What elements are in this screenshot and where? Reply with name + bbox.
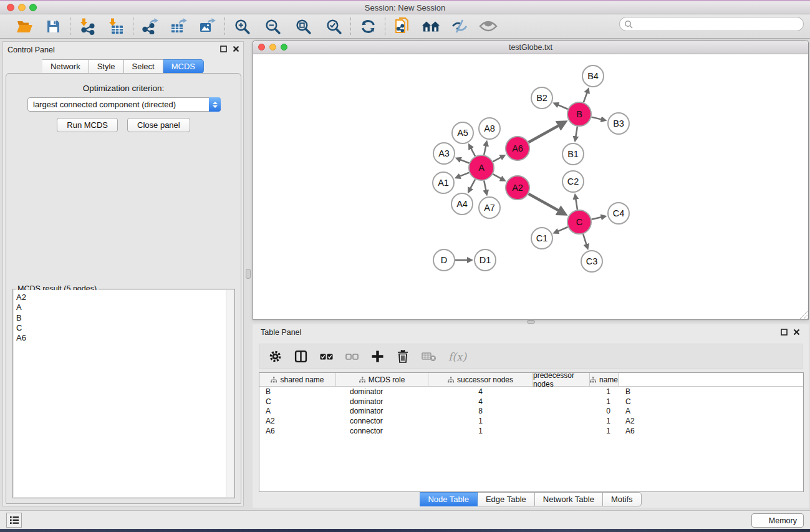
select-all-columns-button[interactable] bbox=[319, 349, 333, 364]
cell-predecessor-nodes[interactable]: 1 bbox=[511, 417, 615, 425]
table-column-header[interactable]: successor nodes bbox=[428, 373, 533, 386]
graph-edge-B-B2[interactable] bbox=[557, 105, 567, 109]
cell-shared-name[interactable]: C bbox=[259, 397, 342, 406]
apply-layout-button[interactable] bbox=[359, 17, 377, 36]
control-panel-tab[interactable]: Select bbox=[124, 59, 163, 74]
mcds-result-item[interactable]: A bbox=[16, 302, 234, 312]
delete-table-button[interactable] bbox=[422, 349, 436, 364]
table-row[interactable]: C dominator 4 1 C bbox=[259, 397, 803, 407]
control-panel-tab[interactable]: Network bbox=[42, 59, 89, 74]
table-column-header[interactable]: predecessor nodes bbox=[533, 373, 590, 386]
cell-predecessor-nodes[interactable]: 1 bbox=[511, 427, 615, 435]
graph-edge-B-B3[interactable] bbox=[592, 117, 602, 120]
export-image-button[interactable] bbox=[198, 17, 217, 36]
cell-name[interactable]: A6 bbox=[615, 427, 672, 435]
table-row[interactable]: A6 connector 1 1 A6 bbox=[259, 426, 803, 436]
run-mcds-button[interactable]: Run MCDS bbox=[57, 118, 118, 132]
close-table-panel-icon[interactable] bbox=[793, 329, 800, 336]
graph-edge-C-C4[interactable] bbox=[592, 217, 602, 220]
table-row[interactable]: B dominator 4 1 B bbox=[259, 387, 803, 397]
graph-edge-A-A3[interactable] bbox=[460, 160, 470, 163]
search-field[interactable] bbox=[619, 17, 804, 31]
close-panel-icon[interactable] bbox=[233, 46, 239, 52]
cell-mcds-role[interactable]: connector bbox=[342, 417, 418, 425]
float-panel-icon[interactable] bbox=[220, 46, 227, 52]
task-history-button[interactable] bbox=[6, 513, 22, 528]
graph-edge-A-A4[interactable] bbox=[470, 180, 475, 189]
cell-name[interactable]: A bbox=[615, 407, 672, 415]
cell-name[interactable]: C bbox=[615, 397, 672, 406]
float-table-panel-icon[interactable] bbox=[781, 329, 788, 336]
horizontal-splitter-handle[interactable] bbox=[527, 320, 535, 324]
import-table-button[interactable] bbox=[107, 17, 125, 36]
cell-successor-nodes[interactable]: 4 bbox=[418, 387, 511, 396]
control-panel-tab[interactable]: MCDS bbox=[163, 59, 204, 74]
cell-mcds-role[interactable]: dominator bbox=[342, 397, 418, 406]
delete-columns-button[interactable] bbox=[396, 349, 410, 364]
table-row[interactable]: A2 connector 1 1 A2 bbox=[259, 416, 803, 426]
cell-shared-name[interactable]: A6 bbox=[259, 427, 342, 435]
cell-successor-nodes[interactable]: 8 bbox=[418, 407, 511, 415]
export-table-button[interactable] bbox=[170, 17, 188, 36]
import-network-button[interactable] bbox=[78, 17, 97, 36]
hide-details-button[interactable] bbox=[450, 17, 469, 36]
table-tab[interactable]: Network Table bbox=[535, 492, 603, 506]
show-columns-button[interactable] bbox=[294, 349, 307, 364]
table-tab[interactable]: Node Table bbox=[420, 492, 478, 506]
graph-edge-A-A5[interactable] bbox=[471, 148, 475, 156]
result-list-scrollbar[interactable] bbox=[226, 290, 234, 497]
cell-successor-nodes[interactable]: 4 bbox=[418, 397, 511, 406]
graph-edge-A-A2[interactable] bbox=[493, 174, 501, 179]
graph-edge-B-B4[interactable] bbox=[584, 92, 587, 102]
open-session-button[interactable] bbox=[15, 17, 34, 36]
memory-button[interactable]: Memory bbox=[751, 513, 804, 528]
network-window-titlebar[interactable]: testGlobe.txt bbox=[253, 41, 808, 54]
cell-predecessor-nodes[interactable]: 0 bbox=[511, 407, 615, 415]
create-column-button[interactable] bbox=[370, 349, 384, 364]
cell-shared-name[interactable]: A2 bbox=[259, 417, 342, 425]
zoom-in-button[interactable] bbox=[233, 17, 251, 36]
main-titlebar[interactable]: Session: New Session bbox=[0, 1, 810, 14]
mcds-result-item[interactable]: A6 bbox=[16, 333, 234, 343]
graph-edge-A-A6[interactable] bbox=[493, 157, 502, 162]
cell-shared-name[interactable]: A bbox=[259, 407, 342, 415]
graph-edge-A-A1[interactable] bbox=[460, 173, 470, 177]
zoom-selected-button[interactable] bbox=[324, 17, 343, 36]
graph-edge-A6-B[interactable] bbox=[529, 125, 560, 143]
table-row[interactable]: A dominator 8 0 A bbox=[259, 407, 803, 417]
table-settings-button[interactable] bbox=[268, 349, 282, 364]
table-column-header[interactable]: shared name bbox=[259, 373, 336, 386]
graph-edge-C-C2[interactable] bbox=[576, 198, 577, 210]
cell-predecessor-nodes[interactable]: 1 bbox=[511, 397, 615, 406]
show-details-button[interactable] bbox=[479, 17, 498, 36]
export-network-button[interactable] bbox=[141, 17, 160, 36]
cell-shared-name[interactable]: B bbox=[259, 387, 342, 396]
graph-edge-C-C3[interactable] bbox=[583, 234, 587, 245]
cell-successor-nodes[interactable]: 1 bbox=[418, 417, 511, 425]
criterion-dropdown[interactable]: largest connected component (directed) bbox=[27, 97, 221, 112]
home-button[interactable] bbox=[422, 17, 440, 36]
cell-mcds-role[interactable]: dominator bbox=[342, 407, 418, 415]
graph-edge-B-B1[interactable] bbox=[576, 127, 577, 137]
table-column-header[interactable]: name bbox=[590, 373, 619, 386]
function-builder-button[interactable]: f(x) bbox=[448, 349, 466, 364]
graph-edge-A-A8[interactable] bbox=[484, 145, 486, 155]
cell-mcds-role[interactable]: dominator bbox=[342, 387, 418, 396]
cell-predecessor-nodes[interactable]: 1 bbox=[511, 387, 615, 396]
zoom-out-button[interactable] bbox=[263, 17, 282, 36]
mcds-result-list[interactable]: A2 A B C A6 bbox=[14, 290, 234, 497]
network-graph-svg[interactable]: B4B2BB3A8A5A6A3B1AC2A1A2A4A7C4CC1DD1C3 bbox=[253, 54, 808, 319]
node-table[interactable]: shared name MCDS role successor nodes bbox=[259, 372, 804, 492]
graph-edge-A2-C[interactable] bbox=[529, 194, 560, 211]
network-from-file-button[interactable] bbox=[393, 17, 412, 36]
graph-edge-C-C1[interactable] bbox=[557, 227, 567, 231]
close-panel-button[interactable]: Close panel bbox=[127, 118, 190, 132]
cell-successor-nodes[interactable]: 1 bbox=[418, 427, 511, 435]
control-panel-tab[interactable]: Style bbox=[89, 59, 124, 74]
table-tab[interactable]: Edge Table bbox=[478, 492, 535, 506]
mcds-result-item[interactable]: A2 bbox=[16, 293, 234, 302]
graph-edge-A-A7[interactable] bbox=[484, 181, 486, 191]
vertical-splitter-handle[interactable] bbox=[246, 269, 251, 279]
search-input[interactable] bbox=[633, 19, 803, 30]
table-tab[interactable]: Motifs bbox=[603, 492, 642, 506]
